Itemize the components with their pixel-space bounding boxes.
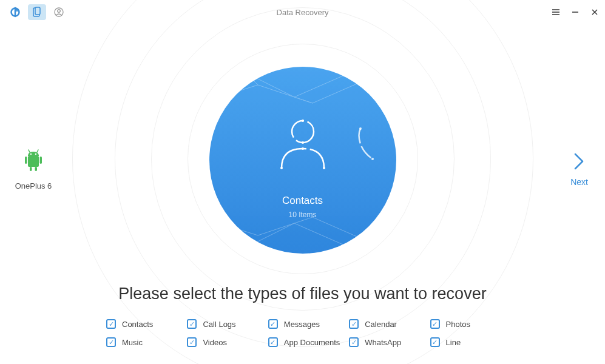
svg-rect-18 — [30, 167, 32, 171]
file-type-label: Contacts — [122, 320, 153, 329]
svg-rect-17 — [40, 157, 42, 164]
checkbox-icon: ✓ — [106, 337, 116, 347]
file-type-photos[interactable]: ✓ Photos — [430, 319, 511, 329]
checkbox-icon: ✓ — [187, 319, 197, 329]
next-button[interactable]: Next — [570, 152, 588, 187]
file-type-videos[interactable]: ✓ Videos — [187, 337, 268, 347]
svg-line-15 — [37, 150, 38, 152]
center-icon-area — [275, 113, 330, 174]
svg-rect-16 — [25, 157, 27, 164]
file-type-label: Music — [122, 338, 143, 347]
android-icon — [12, 149, 55, 175]
svg-rect-2 — [35, 7, 40, 15]
file-type-calendar[interactable]: ✓ Calendar — [349, 319, 430, 329]
menu-icon[interactable] — [552, 8, 560, 16]
checkbox-icon: ✓ — [349, 319, 359, 329]
titlebar-left — [6, 4, 68, 20]
file-type-label: WhatsApp — [365, 338, 401, 347]
checkbox-icon: ✓ — [268, 319, 278, 329]
checkbox-icon: ✓ — [106, 319, 116, 329]
adjacent-category-icon — [354, 123, 385, 165]
file-type-call-logs[interactable]: ✓ Call Logs — [187, 319, 268, 329]
file-type-label: Line — [446, 338, 461, 347]
svg-point-20 — [292, 121, 314, 143]
file-type-whatsapp[interactable]: ✓ WhatsApp — [349, 337, 430, 347]
next-label: Next — [570, 177, 588, 187]
file-type-label: Messages — [284, 320, 320, 329]
svg-line-14 — [29, 150, 30, 152]
chevron-right-icon — [570, 152, 588, 174]
svg-point-27 — [371, 158, 374, 160]
svg-point-21 — [302, 120, 304, 122]
file-type-label: App Documents — [284, 338, 340, 347]
checkbox-icon: ✓ — [430, 319, 440, 329]
device-panel: OnePlus 6 — [12, 149, 55, 190]
svg-rect-19 — [35, 167, 38, 171]
file-type-label: Photos — [446, 320, 470, 329]
svg-rect-11 — [28, 156, 39, 167]
user-tab-icon[interactable] — [50, 4, 68, 20]
svg-point-25 — [302, 147, 304, 150]
window-controls — [552, 8, 599, 16]
center-category-title: Contacts — [282, 195, 323, 207]
checkbox-icon: ✓ — [187, 337, 197, 347]
file-type-label: Call Logs — [203, 320, 235, 329]
file-type-music[interactable]: ✓ Music — [106, 337, 187, 347]
device-name: OnePlus 6 — [12, 181, 55, 190]
svg-point-12 — [30, 153, 32, 155]
checkbox-icon: ✓ — [268, 337, 278, 347]
file-type-contacts[interactable]: ✓ Contacts — [106, 319, 187, 329]
file-type-messages[interactable]: ✓ Messages — [268, 319, 349, 329]
data-recovery-tab-icon[interactable] — [28, 4, 46, 20]
instruction-text: Please select the types of files you wan… — [0, 285, 605, 303]
center-category-circle[interactable]: Contacts 10 Items — [209, 67, 396, 254]
app-logo-icon[interactable] — [6, 4, 24, 20]
checkbox-icon: ✓ — [349, 337, 359, 347]
svg-point-22 — [302, 141, 304, 144]
close-icon[interactable] — [590, 8, 599, 16]
file-type-label: Calendar — [365, 320, 397, 329]
file-type-app-documents[interactable]: ✓ App Documents — [268, 337, 349, 347]
checkbox-icon: ✓ — [430, 337, 440, 347]
file-type-label: Videos — [203, 338, 227, 347]
file-types-grid: ✓ Contacts ✓ Call Logs ✓ Messages ✓ Cale… — [106, 319, 511, 347]
file-type-line[interactable]: ✓ Line — [430, 337, 511, 347]
svg-point-24 — [323, 167, 325, 169]
minimize-icon[interactable] — [571, 8, 580, 16]
svg-point-4 — [58, 10, 61, 13]
contacts-icon — [275, 113, 330, 174]
svg-point-26 — [359, 127, 362, 130]
svg-point-23 — [280, 167, 283, 169]
svg-point-13 — [35, 153, 36, 155]
